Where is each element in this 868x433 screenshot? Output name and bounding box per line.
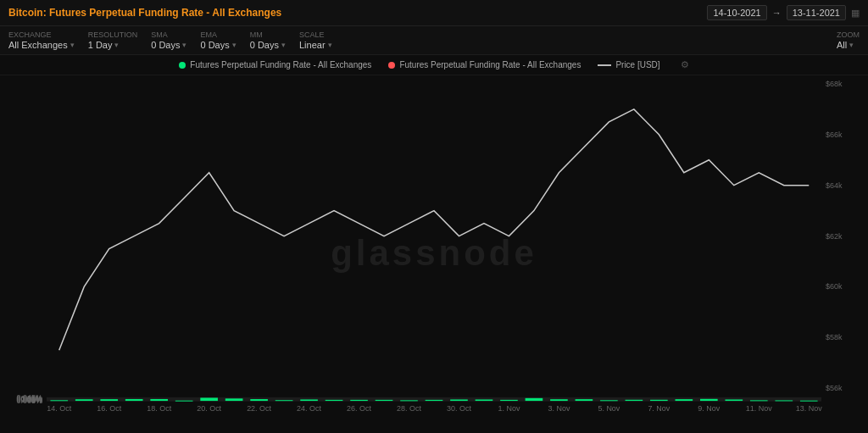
ema-select[interactable]: 0 Days (200, 40, 236, 50)
legend-item-green: Futures Perpetual Funding Rate - All Exc… (179, 60, 371, 69)
mm-label: MM (250, 31, 286, 39)
svg-text:$56k: $56k (826, 384, 843, 392)
svg-rect-64 (576, 399, 593, 401)
svg-rect-58 (426, 400, 443, 401)
scale-control: Scale Linear (299, 31, 332, 50)
svg-text:$68k: $68k (826, 80, 843, 88)
svg-rect-44 (75, 399, 93, 401)
svg-rect-66 (626, 400, 643, 401)
svg-rect-59 (450, 399, 468, 401)
svg-rect-56 (376, 400, 393, 401)
svg-rect-51 (250, 399, 268, 401)
zoom-select[interactable]: All (837, 40, 860, 50)
top-bar: Bitcoin: Futures Perpetual Funding Rate … (0, 0, 868, 26)
mm-select[interactable]: 0 Days (250, 40, 286, 50)
svg-rect-71 (750, 400, 768, 401)
svg-text:30. Oct: 30. Oct (447, 404, 471, 413)
zoom-label: Zoom (837, 31, 860, 39)
svg-text:14. Oct: 14. Oct (47, 404, 71, 413)
svg-rect-65 (600, 400, 618, 401)
svg-text:20. Oct: 20. Oct (197, 404, 221, 413)
svg-text:0.045%: 0.045% (17, 393, 42, 402)
svg-text:28. Oct: 28. Oct (397, 404, 421, 413)
svg-rect-47 (150, 399, 168, 401)
svg-text:18. Oct: 18. Oct (147, 404, 171, 413)
svg-text:$66k: $66k (826, 130, 843, 139)
date-range: 14-10-2021 → 13-11-2021 ▦ (707, 5, 860, 20)
svg-rect-70 (725, 399, 743, 401)
scale-select[interactable]: Linear (299, 40, 332, 50)
svg-rect-48 (175, 401, 193, 402)
exchange-control: Exchange All Exchanges (8, 31, 75, 50)
svg-rect-46 (125, 399, 143, 401)
svg-rect-54 (326, 400, 343, 401)
legend-line-price (598, 64, 611, 66)
date-start[interactable]: 14-10-2021 (707, 5, 766, 20)
resolution-control: Resolution 1 Day (88, 31, 138, 50)
resolution-select[interactable]: 1 Day (88, 40, 138, 50)
svg-text:$62k: $62k (826, 232, 843, 241)
svg-text:9. Nov: 9. Nov (698, 404, 720, 413)
legend-item-price: Price [USD] (598, 60, 659, 69)
controls-bar: Exchange All Exchanges Resolution 1 Day … (0, 26, 868, 55)
date-end[interactable]: 13-11-2021 (787, 5, 846, 20)
sma-label: SMA (151, 31, 186, 39)
zoom-control: Zoom All (837, 31, 860, 50)
svg-rect-50 (225, 398, 243, 401)
svg-rect-52 (275, 400, 293, 401)
svg-text:$64k: $64k (826, 181, 843, 190)
legend-item-red: Futures Perpetual Funding Rate - All Exc… (388, 60, 581, 69)
svg-text:24. Oct: 24. Oct (297, 404, 321, 413)
svg-rect-63 (550, 399, 568, 401)
legend-settings-icon[interactable]: ⚙ (681, 59, 689, 70)
svg-rect-69 (700, 399, 718, 401)
exchange-select[interactable]: All Exchanges (8, 40, 75, 50)
svg-rect-43 (50, 400, 68, 401)
svg-rect-57 (400, 400, 418, 401)
svg-rect-72 (775, 400, 793, 401)
svg-rect-45 (100, 399, 118, 401)
svg-rect-62 (526, 398, 543, 401)
svg-text:5. Nov: 5. Nov (598, 404, 620, 413)
svg-text:$58k: $58k (826, 333, 843, 341)
svg-text:13. Nov: 13. Nov (796, 404, 822, 413)
svg-text:7. Nov: 7. Nov (648, 404, 670, 413)
chart-svg: 0%0.005%0.01%0.015%0.02%0.025%0.03%0.035… (0, 75, 868, 430)
svg-text:26. Oct: 26. Oct (347, 404, 371, 413)
ema-control: EMA 0 Days (200, 31, 236, 50)
svg-rect-49 (200, 397, 218, 401)
svg-rect-61 (500, 400, 518, 401)
title-prefix: Bitcoin: (8, 7, 47, 19)
svg-rect-55 (350, 400, 368, 401)
title-main: Futures Perpetual Funding Rate - All Exc… (49, 7, 281, 19)
resolution-label: Resolution (88, 31, 138, 39)
scale-label: Scale (299, 31, 332, 39)
calendar-icon[interactable]: ▦ (851, 8, 860, 19)
svg-text:22. Oct: 22. Oct (247, 404, 271, 413)
svg-text:11. Nov: 11. Nov (746, 404, 772, 413)
exchange-label: Exchange (8, 31, 75, 39)
legend-label-price: Price [USD] (615, 60, 659, 69)
svg-rect-67 (650, 400, 668, 401)
sma-control: SMA 0 Days (151, 31, 186, 50)
ema-label: EMA (200, 31, 236, 39)
legend-label-green: Futures Perpetual Funding Rate - All Exc… (190, 60, 371, 69)
svg-rect-68 (676, 399, 693, 401)
legend-bar: Futures Perpetual Funding Rate - All Exc… (0, 55, 868, 75)
svg-text:1. Nov: 1. Nov (498, 404, 520, 413)
svg-text:$60k: $60k (826, 282, 843, 291)
legend-label-red: Futures Perpetual Funding Rate - All Exc… (399, 60, 581, 69)
mm-control: MM 0 Days (250, 31, 286, 50)
svg-text:3. Nov: 3. Nov (548, 404, 570, 413)
chart-container: glassnode 0%0.005%0.01%0.015%0.02%0.025%… (0, 75, 868, 430)
chart-title: Bitcoin: Futures Perpetual Funding Rate … (8, 7, 281, 19)
sma-select[interactable]: 0 Days (151, 40, 186, 50)
svg-rect-73 (800, 401, 818, 402)
svg-rect-60 (476, 399, 493, 401)
svg-text:16. Oct: 16. Oct (97, 404, 121, 413)
svg-rect-53 (300, 399, 318, 401)
legend-dot-green (179, 62, 186, 69)
legend-dot-red (388, 62, 395, 69)
date-arrow: → (772, 8, 782, 18)
